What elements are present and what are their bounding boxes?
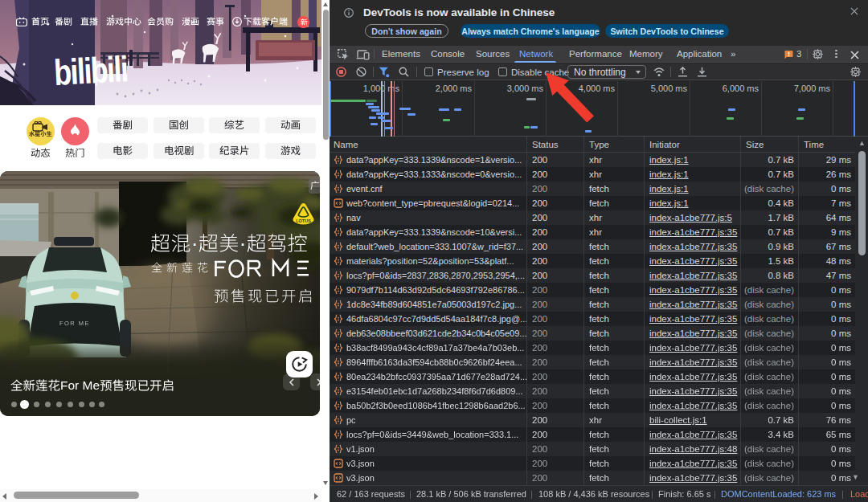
- svg-text:LOTUS: LOTUS: [296, 218, 311, 223]
- svg-text:·: ·: [191, 233, 198, 255]
- svg-text:·: ·: [240, 233, 246, 255]
- svg-text:FOR ME: FOR ME: [59, 320, 90, 327]
- svg-text:For Me: For Me: [60, 379, 100, 392]
- svg-text:bilibili: bilibili: [53, 48, 129, 92]
